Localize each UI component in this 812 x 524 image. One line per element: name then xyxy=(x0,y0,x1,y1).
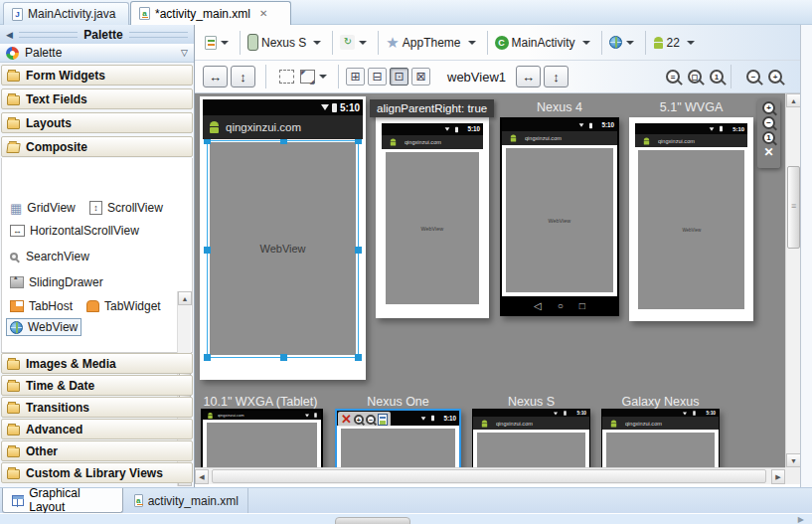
design-canvas[interactable]: 5:10 qingxinzui.com WebView xyxy=(195,93,785,467)
zoom-real-size-icon[interactable]: = xyxy=(666,70,680,84)
main-device-preview[interactable]: 5:10 qingxinzui.com WebView xyxy=(200,96,366,380)
edit-margins-icon[interactable] xyxy=(279,70,294,84)
dropdown-caret-icon[interactable] xyxy=(359,41,367,45)
section-time-date[interactable]: Time & Date xyxy=(1,375,193,396)
scroll-right-icon[interactable]: ▶ xyxy=(771,469,785,484)
show-bounds-button[interactable] xyxy=(346,68,365,86)
zoom-in-icon[interactable]: + xyxy=(354,415,364,425)
palette-item-scrollview[interactable]: ↕ ScrollView xyxy=(86,199,166,217)
section-other[interactable]: Other xyxy=(1,440,193,461)
zoom-in-icon[interactable]: + xyxy=(762,101,775,114)
tab-xml-source[interactable]: a activity_main.xml xyxy=(125,488,248,513)
toggle-fill-width-button[interactable] xyxy=(203,66,228,87)
tab-graphical-layout[interactable]: Graphical Layout xyxy=(2,488,123,513)
close-panel-icon[interactable]: ✕ xyxy=(763,146,773,159)
preview-galaxynexus[interactable]: 5:10 qingxinzui.com xyxy=(601,409,720,467)
zoom-fit-icon[interactable]: ◻ xyxy=(688,70,702,84)
palette-item-horizontalscrollview[interactable]: ↔ HorizontalScrollView xyxy=(7,222,142,240)
chevron-down-icon[interactable]: ▽ xyxy=(181,48,188,58)
constraint-tooltip: alignParentRight: true xyxy=(370,99,494,117)
zoom-out-icon[interactable]: − xyxy=(762,116,775,129)
change-gravity-icon[interactable] xyxy=(300,70,315,84)
status-time: 5:10 xyxy=(732,125,744,132)
status-bar: 5:10 xyxy=(203,99,363,115)
refresh-layout-button[interactable] xyxy=(411,68,430,86)
canvas-vertical-scrollbar[interactable]: ▲ ▼ xyxy=(785,93,800,467)
zoom-out-icon[interactable]: − xyxy=(746,70,760,84)
match-parent-height-button[interactable] xyxy=(544,66,568,87)
status-bar: ▶ xyxy=(0,513,812,524)
section-composite[interactable]: Composite xyxy=(1,136,193,157)
resize-handle[interactable] xyxy=(355,354,362,361)
palette-item-searchview[interactable]: SearchView xyxy=(7,248,92,265)
section-layouts[interactable]: Layouts xyxy=(1,112,193,133)
theme-selector[interactable]: AppTheme xyxy=(403,36,461,50)
preview-wvga51[interactable]: 5:10 qingxinzui.com WebView xyxy=(629,117,753,321)
preview-title-nexuss: Nexus S xyxy=(472,395,590,409)
scrollbar-thumb[interactable] xyxy=(212,469,766,483)
preview-nexuss[interactable]: 5:10 qingxinzui.com xyxy=(472,409,590,467)
tab-activity-main-xml[interactable]: a *activity_main.xml ✕ xyxy=(130,1,291,25)
dropdown-caret-icon[interactable] xyxy=(313,41,321,45)
close-tab-icon[interactable]: ✕ xyxy=(259,8,267,19)
resize-handle[interactable] xyxy=(355,139,362,144)
scroll-left-icon[interactable]: ◀ xyxy=(195,469,209,484)
section-custom-library-views[interactable]: Custom & Library Views xyxy=(1,462,193,483)
preview-wxga101[interactable]: qingxinzui.com xyxy=(201,409,323,467)
preview-nexus4[interactable]: 5:10 qingxinzui.com WebView ◁ ○ □ xyxy=(500,117,619,316)
section-text-fields[interactable]: Text Fields xyxy=(1,88,193,109)
dropdown-caret-icon[interactable] xyxy=(319,75,327,79)
scroll-up-icon[interactable]: ▲ xyxy=(786,93,801,107)
dropdown-caret-icon[interactable] xyxy=(687,41,695,45)
api-level-selector[interactable]: 22 xyxy=(667,36,680,50)
zoom-100-icon[interactable]: 1 xyxy=(710,70,724,84)
scrollbar-thumb[interactable] xyxy=(787,166,800,249)
section-images-media[interactable]: Images & Media xyxy=(1,353,193,374)
locale-globe-icon[interactable] xyxy=(609,36,622,49)
resize-handle[interactable] xyxy=(280,139,287,144)
section-advanced[interactable]: Advanced xyxy=(1,419,193,439)
match-parent-width-button[interactable] xyxy=(516,66,541,87)
palette-sash[interactable]: ◀ Palette xyxy=(0,25,194,44)
palette-item-slidingdrawer[interactable]: SlidingDrawer xyxy=(7,273,106,291)
explode-layout-button[interactable] xyxy=(390,68,408,86)
dropdown-caret-icon[interactable] xyxy=(221,41,229,45)
activity-selector[interactable]: MainActivity xyxy=(512,36,575,50)
scroll-down-icon[interactable]: ▼ xyxy=(786,453,801,467)
orientation-icon[interactable]: ↻ xyxy=(340,35,355,50)
palette-item-tabhost[interactable]: TabHost xyxy=(7,297,76,315)
palette-item-webview[interactable]: WebView xyxy=(6,318,81,336)
status-bar: 5:10 xyxy=(502,119,617,131)
app-title: qingxinzui.com xyxy=(525,135,562,141)
resize-handle[interactable] xyxy=(204,247,211,254)
dropdown-caret-icon[interactable] xyxy=(626,41,634,45)
action-bar: qingxinzui.com xyxy=(502,131,617,145)
device-selector[interactable]: Nexus S xyxy=(261,36,306,50)
preview-wvga-3-7[interactable]: 5:10 qingxinzui.com WebView xyxy=(376,117,489,318)
canvas-horizontal-scrollbar[interactable]: ◀ ▶ xyxy=(195,467,785,484)
palette-view-header[interactable]: Palette ▽ xyxy=(0,44,194,63)
panel-handle[interactable] xyxy=(335,517,410,524)
tab-mainactivity-java[interactable]: J MainActivity.java xyxy=(3,2,129,25)
resize-handle[interactable] xyxy=(204,139,211,144)
palette-item-gridview[interactable]: ▦ GridView xyxy=(7,199,79,217)
config-file-icon[interactable] xyxy=(205,36,217,50)
section-transitions[interactable]: Transitions xyxy=(1,397,193,418)
collapse-left-icon[interactable]: ◀ xyxy=(6,30,13,40)
section-form-widgets[interactable]: Form Widgets xyxy=(1,65,193,86)
toggle-fill-height-button[interactable] xyxy=(231,66,255,87)
delete-config-icon[interactable]: ✕ xyxy=(341,413,352,426)
preview-nexusone[interactable]: ✕ + − 5:10 xyxy=(335,409,461,467)
resize-handle[interactable] xyxy=(204,354,211,361)
scroll-up-icon[interactable]: ▲ xyxy=(178,291,192,305)
show-structure-button[interactable] xyxy=(368,68,387,86)
palette-item-tabwidget[interactable]: TabWidget xyxy=(83,297,164,315)
show-config-icon[interactable] xyxy=(378,414,388,426)
dropdown-caret-icon[interactable] xyxy=(468,41,476,45)
zoom-in-icon[interactable]: + xyxy=(768,70,782,84)
zoom-100-icon[interactable]: 1 xyxy=(762,131,775,144)
android-app-icon xyxy=(390,138,397,145)
dropdown-caret-icon[interactable] xyxy=(582,41,590,45)
resize-handle[interactable] xyxy=(280,354,287,361)
zoom-out-icon[interactable]: − xyxy=(366,415,376,425)
